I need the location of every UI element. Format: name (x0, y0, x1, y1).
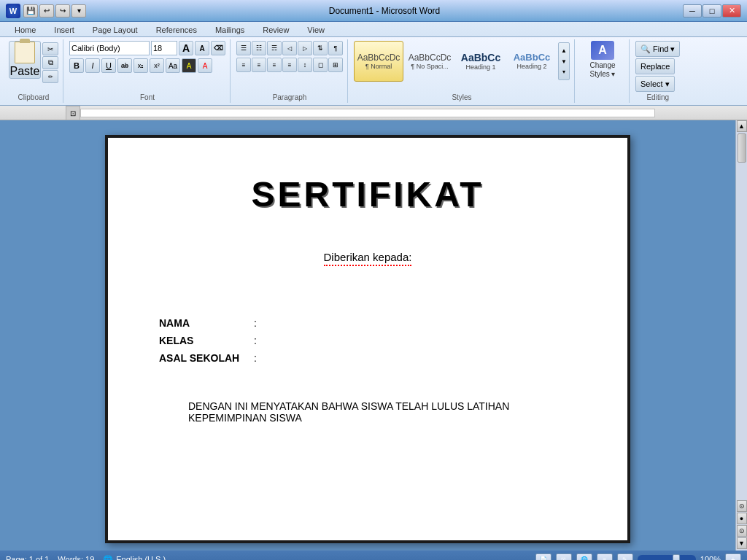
scroll-next-page-button[interactable]: ⊙ (737, 525, 747, 537)
tab-page-layout[interactable]: Page Layout (84, 23, 147, 36)
copy-button[interactable]: ⧉ (42, 56, 58, 69)
tab-view[interactable]: View (298, 23, 333, 36)
style-h1-preview: AaBbCc (461, 52, 500, 63)
scroll-select-browse-button[interactable]: ● (737, 513, 747, 524)
tab-references[interactable]: References (147, 23, 206, 36)
document-scroll: SERTIFIKAT Diberikan kepada: NAMA : KELA… (0, 120, 735, 551)
view-fullscreen-button[interactable]: ⊡ (556, 553, 572, 560)
align-left-button[interactable]: ≡ (236, 58, 251, 72)
spacer1 (152, 295, 584, 317)
increase-indent-button[interactable]: ▷ (298, 41, 312, 55)
status-bar: Page: 1 of 1 Words: 19 🌐 English (U.S.) … (0, 551, 747, 560)
decrease-indent-button[interactable]: ◁ (282, 41, 297, 55)
clipboard-label: Clipboard (18, 92, 50, 101)
ruler: ⊡ (0, 106, 747, 120)
binoculars-icon: 🔍 (640, 44, 651, 54)
underline-button[interactable]: U (101, 58, 116, 73)
cut-button[interactable]: ✂ (42, 42, 58, 55)
status-words: Words: 19 (58, 555, 94, 560)
align-center-button[interactable]: ≡ (252, 58, 266, 72)
para-bottom-row: ≡ ≡ ≡ ≡ ↕ ◻ ⊞ (236, 58, 343, 72)
scroll-up-button[interactable]: ▲ (737, 120, 747, 132)
font-size-input[interactable] (151, 41, 177, 55)
spacer2 (152, 386, 584, 400)
scroll-more-icon: ▾ (562, 69, 565, 75)
editing-label: Editing (646, 92, 669, 101)
find-button[interactable]: 🔍 Find ▾ (635, 41, 680, 57)
word-logo: W (6, 4, 20, 18)
font-group: A A ⌫ B I U ab x₂ x² Aa A A Font (65, 39, 231, 103)
zoom-in-button[interactable]: + (725, 553, 741, 560)
styles-scroll-button[interactable]: ▲ ▼ ▾ (558, 42, 570, 80)
change-case-button[interactable]: Aa (166, 58, 180, 73)
clear-format-button[interactable]: ⌫ (211, 41, 225, 55)
tab-home[interactable]: Home (6, 23, 44, 36)
scroll-thumb[interactable] (738, 133, 746, 163)
field-nama-label: NAMA (159, 317, 254, 329)
style-normal-preview: AaBbCcDc (357, 53, 400, 62)
redo-icon[interactable]: ↪ (55, 4, 70, 18)
document-body: DENGAN INI MENYATAKAN BAHWA SISWA TELAH … (152, 400, 584, 424)
field-nama: NAMA : (159, 317, 584, 329)
styles-label: Styles (452, 92, 471, 101)
style-heading2-button[interactable]: AaBbCc Heading 2 (507, 41, 557, 82)
view-web-button[interactable]: 🌐 (576, 553, 592, 560)
font-color-button[interactable]: A (198, 58, 212, 73)
title-bar-left: W 💾 ↩ ↪ ▾ (6, 4, 86, 18)
italic-button[interactable]: I (85, 58, 100, 73)
customize-icon[interactable]: ▾ (71, 4, 86, 18)
multilevel-button[interactable]: ☴ (267, 41, 282, 55)
format-painter-button[interactable]: ✏ (42, 70, 58, 83)
style-heading1-button[interactable]: AaBbCc Heading 1 (456, 41, 506, 82)
style-normal-button[interactable]: AaBbCcDc ¶ Normal (354, 41, 403, 82)
quick-access-toolbar: 💾 ↩ ↪ ▾ (23, 4, 86, 18)
show-marks-button[interactable]: ¶ (328, 41, 343, 55)
ruler-corner[interactable]: ⊡ (66, 106, 80, 120)
text-highlight-button[interactable]: A (182, 58, 196, 73)
tab-mailings[interactable]: Mailings (206, 23, 253, 36)
zoom-bar (638, 555, 696, 560)
strikethrough-button[interactable]: ab (117, 58, 132, 73)
paste-button[interactable]: Paste (9, 41, 41, 79)
undo-icon[interactable]: ↩ (39, 4, 54, 18)
shading-button[interactable]: ◻ (313, 58, 328, 72)
justify-button[interactable]: ≡ (282, 58, 297, 72)
clipboard-small-btns: ✂ ⧉ ✏ (42, 41, 58, 83)
bold-button[interactable]: B (69, 58, 84, 73)
subscript-button[interactable]: x₂ (133, 58, 148, 73)
view-print-button[interactable]: 📄 (535, 553, 551, 560)
style-no-spacing-button[interactable]: AaBbCcDc ¶ No Spaci... (405, 41, 454, 82)
restore-button[interactable]: □ (703, 4, 721, 18)
save-icon[interactable]: 💾 (23, 4, 38, 18)
select-button[interactable]: Select ▾ (635, 76, 675, 92)
font-top-row: A A ⌫ (69, 41, 225, 55)
scroll-down-button[interactable]: ▼ (737, 537, 747, 549)
view-outline-button[interactable]: ≡ (597, 553, 613, 560)
clipboard-group: Paste ✂ ⧉ ✏ Clipboard (4, 39, 63, 103)
superscript-button[interactable]: x² (150, 58, 164, 73)
align-right-button[interactable]: ≡ (267, 58, 282, 72)
line-spacing-button[interactable]: ↕ (298, 58, 312, 72)
shrink-font-button[interactable]: A (195, 41, 209, 55)
bullets-button[interactable]: ☰ (236, 41, 251, 55)
change-styles-icon: A (591, 41, 614, 60)
minimize-button[interactable]: ─ (683, 4, 702, 18)
field-asal-colon: : (254, 352, 257, 364)
replace-button[interactable]: Replace (635, 58, 675, 74)
scroll-prev-page-button[interactable]: ⊙ (737, 500, 747, 512)
close-button[interactable]: ✕ (722, 4, 741, 18)
styles-controls: AaBbCcDc ¶ Normal AaBbCcDc ¶ No Spaci...… (354, 41, 570, 92)
tab-review[interactable]: Review (254, 23, 298, 36)
sort-button[interactable]: ⇅ (313, 41, 328, 55)
tab-insert[interactable]: Insert (45, 23, 83, 36)
numbering-button[interactable]: ☷ (252, 41, 266, 55)
font-name-input[interactable] (69, 41, 150, 55)
view-draft-button[interactable]: ✎ (617, 553, 633, 560)
change-styles-button[interactable]: A ChangeStyles ▾ (581, 41, 624, 79)
borders-button[interactable]: ⊞ (328, 58, 343, 72)
field-nama-colon: : (254, 317, 257, 329)
zoom-thumb[interactable] (673, 554, 680, 560)
grow-font-button[interactable]: A (179, 41, 193, 55)
paste-label: Paste (10, 65, 40, 78)
status-language: 🌐 English (U.S.) (103, 555, 166, 561)
